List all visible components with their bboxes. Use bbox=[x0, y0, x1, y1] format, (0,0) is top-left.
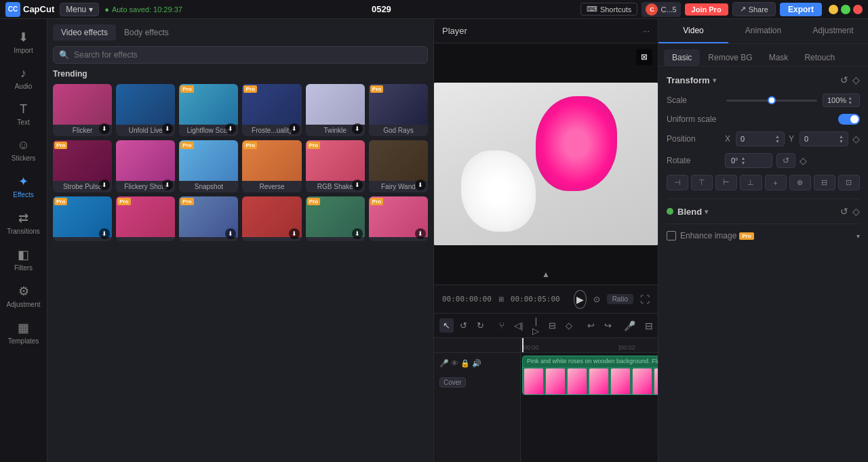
sidebar-item-import[interactable]: ⬇ Import bbox=[3, 24, 44, 60]
window-controls bbox=[829, 5, 863, 14]
effect-card-rgb-shake[interactable]: Pro RGB Shake ⬇ bbox=[306, 140, 365, 192]
effect-card-flickery-shots[interactable]: Flickery Shots ⬇ bbox=[116, 140, 175, 192]
reset-button[interactable]: ↺ bbox=[840, 75, 848, 85]
enhance-expand-icon[interactable]: ▾ bbox=[856, 232, 860, 240]
right-content: Transform ▾ ↺ ◇ Scale 100% ▲ ▼ bbox=[658, 66, 868, 462]
sidebar-item-templates[interactable]: ▦ Templates bbox=[3, 315, 44, 350]
tab-video-effects[interactable]: Video effects bbox=[53, 24, 116, 41]
timeline-clip[interactable]: Pink and white roses on wooden backgroun… bbox=[522, 356, 658, 395]
cover-button[interactable]: Cover bbox=[439, 377, 466, 387]
track-mic-icon[interactable]: 🎤 bbox=[439, 359, 449, 368]
filters-icon: ◧ bbox=[18, 247, 29, 262]
redo2-button[interactable]: ↪ bbox=[601, 318, 615, 333]
split-button[interactable]: ⑂ bbox=[496, 318, 508, 333]
shortcuts-button[interactable]: ⌨ Shortcuts bbox=[580, 3, 637, 16]
tab-adjustment[interactable]: Adjustment bbox=[798, 19, 868, 43]
search-input[interactable] bbox=[53, 46, 428, 64]
subtab-mask[interactable]: Mask bbox=[761, 49, 797, 66]
position-reset-button[interactable]: ◇ bbox=[852, 133, 860, 144]
blend-keyframe-button[interactable]: ◇ bbox=[852, 206, 860, 217]
scale-slider[interactable] bbox=[726, 100, 817, 102]
mic-button[interactable]: 🎤 bbox=[620, 318, 639, 333]
export-button[interactable]: Export bbox=[780, 3, 822, 16]
rotate-value[interactable]: 0° ▲ ▼ bbox=[725, 153, 772, 168]
effect-card-fairy-wand[interactable]: Fairy Wand ⬇ bbox=[369, 140, 428, 192]
undo-button[interactable]: ↺ bbox=[456, 318, 471, 333]
effect-card-froste[interactable]: Pro Froste...uality ⬇ bbox=[242, 84, 301, 136]
blend-reset-button[interactable]: ↺ bbox=[840, 206, 848, 217]
sidebar-item-audio[interactable]: ♪ Audio bbox=[3, 61, 44, 96]
play-button[interactable]: ▶ bbox=[574, 290, 587, 309]
align-top-button[interactable]: ⊥ bbox=[740, 175, 762, 190]
close-button[interactable] bbox=[853, 5, 863, 14]
tab-animation[interactable]: Animation bbox=[728, 19, 798, 43]
align-left-button[interactable]: ⊣ bbox=[667, 175, 688, 190]
sidebar-item-effects[interactable]: ✦ Effects bbox=[3, 169, 44, 204]
trim-right-button[interactable]: |▷ bbox=[529, 314, 542, 338]
player-collapse-icon[interactable]: ▲ bbox=[542, 270, 550, 279]
effect-card-flicker[interactable]: Flicker ⬇ bbox=[53, 84, 112, 136]
effect-thumbnail bbox=[369, 140, 428, 181]
effect-card-snapshot[interactable]: Pro Snapshot bbox=[179, 140, 238, 192]
align-hcenter-button[interactable]: + bbox=[765, 175, 787, 190]
ratio-button[interactable]: Ratio bbox=[607, 294, 633, 304]
align-tr-button[interactable]: ⊡ bbox=[838, 175, 860, 190]
subtab-retouch[interactable]: Retouch bbox=[796, 49, 843, 66]
effect-card-unfold-live[interactable]: Unfold Live ⬇ bbox=[116, 84, 175, 136]
effect-card-reverse[interactable]: Pro Reverse bbox=[242, 140, 301, 192]
diamond-button[interactable]: ◇ bbox=[562, 318, 576, 333]
effect-card-row3-2[interactable]: Pro bbox=[116, 196, 175, 241]
effect-card-row3-1[interactable]: Pro ⬇ bbox=[53, 196, 112, 241]
player-more-button[interactable]: ··· bbox=[643, 26, 650, 36]
subtab-basic[interactable]: Basic bbox=[664, 49, 700, 66]
align-bottom-button[interactable]: ⊕ bbox=[789, 175, 811, 190]
pos-x-value[interactable]: 0 ▲ ▼ bbox=[736, 131, 785, 146]
minimize-button[interactable] bbox=[829, 5, 838, 14]
fullscreen-button[interactable]: ⛶ bbox=[640, 294, 650, 305]
keyframe-button[interactable]: ◇ bbox=[852, 75, 860, 85]
redo-button[interactable]: ↻ bbox=[473, 318, 488, 333]
menu-button[interactable]: Menu ▾ bbox=[60, 3, 99, 16]
subtab-removebg[interactable]: Remove BG bbox=[700, 49, 760, 66]
align-tl-button[interactable]: ⊟ bbox=[814, 175, 835, 190]
effect-card-strobe-pulse[interactable]: Pro Strobe Pulse ⬇ bbox=[53, 140, 112, 192]
rotate-reset-button[interactable]: ◇ bbox=[800, 155, 807, 166]
pos-y-value[interactable]: 0 ▲ ▼ bbox=[800, 131, 848, 146]
align-vcenter-button[interactable]: ⊤ bbox=[691, 175, 713, 190]
stickers-icon: ☺ bbox=[17, 138, 29, 152]
sidebar-item-stickers[interactable]: ☺ Stickers bbox=[3, 133, 44, 167]
uniform-scale-toggle[interactable] bbox=[838, 114, 860, 125]
undo2-button[interactable]: ↩ bbox=[584, 318, 598, 333]
effect-card-row3-3[interactable]: Pro ⬇ bbox=[179, 196, 238, 241]
effect-card-row3-5[interactable]: Pro ⬇ bbox=[306, 196, 365, 241]
tab-video[interactable]: Video bbox=[658, 19, 728, 43]
effect-card-lightflow-scan[interactable]: Pro Lightflow Scan ⬇ bbox=[179, 84, 238, 136]
effect-card-god-rays[interactable]: Pro God Rays bbox=[369, 84, 428, 136]
share-button[interactable]: ↗ Share bbox=[732, 2, 776, 16]
joinpro-button[interactable]: Join Pro bbox=[685, 3, 728, 16]
split-audio-button[interactable]: ⊟ bbox=[642, 318, 656, 333]
select-tool-button[interactable]: ↖ bbox=[439, 318, 454, 333]
player-expand-button[interactable]: ⊠ bbox=[636, 49, 652, 65]
pos-x-arrows[interactable]: ▲ ▼ bbox=[775, 134, 780, 144]
sidebar-item-filters[interactable]: ◧ Filters bbox=[3, 242, 44, 277]
effect-card-row3-4[interactable]: ⬇ bbox=[242, 196, 301, 241]
tab-body-effects[interactable]: Body effects bbox=[116, 24, 177, 41]
sidebar-item-transitions[interactable]: ⇄ Transitions bbox=[3, 205, 44, 240]
scale-arrows[interactable]: ▲ ▼ bbox=[848, 96, 852, 105]
pos-y-arrows[interactable]: ▲ ▼ bbox=[839, 134, 844, 144]
maximize-button[interactable] bbox=[841, 5, 850, 14]
track-eye-icon[interactable]: 👁 bbox=[451, 359, 458, 368]
delete-button[interactable]: ⊟ bbox=[545, 318, 559, 333]
track-audio-icon[interactable]: 🔊 bbox=[472, 359, 481, 368]
sidebar-item-text[interactable]: T Text bbox=[3, 97, 44, 131]
trim-left-button[interactable]: ◁| bbox=[511, 318, 526, 333]
effect-card-row3-6[interactable]: Pro ⬇ bbox=[369, 196, 428, 241]
rotate-arrows[interactable]: ▲ ▼ bbox=[741, 156, 746, 165]
sidebar-item-adjustment[interactable]: ⚙ Adjustment bbox=[3, 278, 44, 314]
rotate-ccw-button[interactable]: ↺ bbox=[776, 153, 795, 168]
effect-card-twinkle[interactable]: Twinkle ⬇ bbox=[306, 84, 365, 136]
track-lock-icon[interactable]: 🔒 bbox=[460, 359, 470, 368]
enhance-checkbox[interactable] bbox=[667, 231, 676, 240]
align-right-button[interactable]: ⊢ bbox=[715, 175, 737, 190]
